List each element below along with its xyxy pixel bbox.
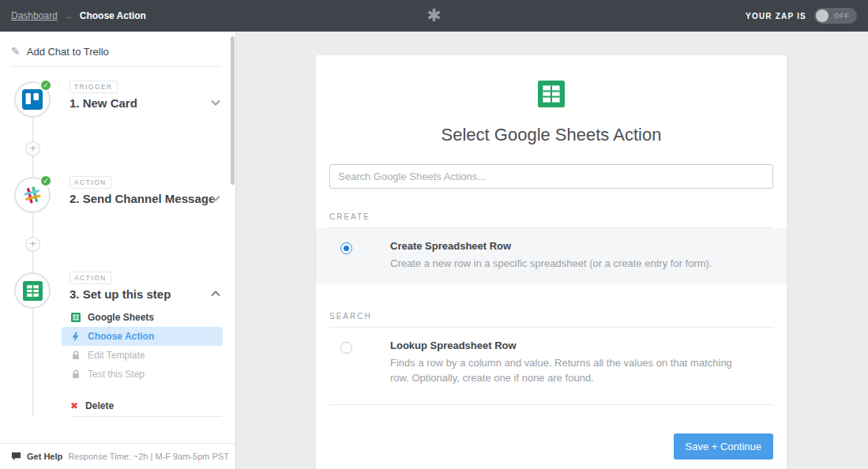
step1-check-icon: ✓ xyxy=(39,79,52,92)
google-sheets-icon xyxy=(538,81,565,107)
lock-icon xyxy=(70,351,81,360)
get-help-link[interactable]: Get Help xyxy=(27,452,62,461)
sidebar-scrollbar-thumb[interactable] xyxy=(231,36,235,185)
step3-sheets-circle[interactable] xyxy=(14,272,51,309)
divider xyxy=(11,66,221,67)
step2-chevron-down-icon[interactable] xyxy=(211,195,220,201)
sidebar: ✎ Add Chat to Trello ✓ TRIGGER 1. New Ca… xyxy=(0,32,236,469)
topbar: Dashboard → Choose Action ✱ YOUR ZAP IS … xyxy=(0,0,868,32)
page-title: Select Google Sheets Action xyxy=(316,125,787,145)
google-sheets-icon xyxy=(23,281,43,301)
option-description: Create a new row in a specific spreadshe… xyxy=(390,256,712,272)
divider xyxy=(70,416,222,417)
option-description: Finds a row by a column and value. Retur… xyxy=(390,355,753,386)
search-input[interactable] xyxy=(329,164,773,189)
step1-type-badge: TRIGGER xyxy=(70,81,118,93)
lightning-icon xyxy=(70,332,81,342)
lock-icon xyxy=(70,370,81,379)
save-row: Save + Continue xyxy=(316,433,787,460)
help-hours: Response Time: ~2h | M-F 9am-5pm PST xyxy=(68,452,229,461)
option-text: Lookup Spreadsheet Row Finds a row by a … xyxy=(390,340,753,386)
google-sheets-mini-icon xyxy=(70,313,81,322)
breadcrumb: Dashboard → Choose Action xyxy=(11,0,146,32)
substep-google-sheets[interactable]: Google Sheets xyxy=(62,308,223,327)
slack-icon xyxy=(22,185,43,205)
trello-icon xyxy=(22,89,43,110)
delete-step-button[interactable]: ✖ Delete xyxy=(70,396,114,415)
zap-status-label: YOUR ZAP IS xyxy=(746,12,806,21)
zap-status: YOUR ZAP IS OFF xyxy=(746,0,857,32)
card-icon-wrap xyxy=(316,55,787,107)
step3-title[interactable]: 3. Set up this step xyxy=(70,287,171,301)
breadcrumb-current: Choose Action xyxy=(80,10,146,21)
help-bar: Get Help Response Time: ~2h | M-F 9am-5p… xyxy=(0,443,235,469)
option-title: Create Spreadsheet Row xyxy=(390,240,712,252)
option-text: Create Spreadsheet Row Create a new row … xyxy=(390,240,712,272)
substep-label: Google Sheets xyxy=(88,312,154,323)
save-continue-button[interactable]: Save + Continue xyxy=(674,433,773,460)
delete-x-icon: ✖ xyxy=(70,400,78,411)
delete-label: Delete xyxy=(85,400,114,411)
section-header-search: SEARCH xyxy=(329,312,773,321)
zap-onoff-toggle[interactable]: OFF xyxy=(814,8,857,24)
chat-bubble-icon xyxy=(11,452,21,461)
step1-chevron-down-icon[interactable] xyxy=(211,99,220,106)
step2-title[interactable]: 2. Send Channel Message xyxy=(70,192,215,205)
option-lookup-spreadsheet-row[interactable]: Lookup Spreadsheet Row Finds a row by a … xyxy=(316,328,787,398)
divider xyxy=(329,404,773,405)
search-wrap xyxy=(329,164,773,189)
step1-title[interactable]: 1. New Card xyxy=(70,96,137,110)
zap-name-row[interactable]: ✎ Add Chat to Trello xyxy=(11,45,109,58)
toggle-state-label: OFF xyxy=(834,12,850,20)
toggle-knob xyxy=(816,9,829,22)
breadcrumb-dashboard-link[interactable]: Dashboard xyxy=(11,10,58,21)
radio-unselected[interactable] xyxy=(340,342,352,354)
substep-label: Choose Action xyxy=(88,331,154,342)
step3-type-badge: ACTION xyxy=(70,272,111,284)
edit-pencil-icon[interactable]: ✎ xyxy=(11,45,21,58)
breadcrumb-arrow-icon: → xyxy=(64,10,73,21)
option-create-spreadsheet-row[interactable]: Create Spreadsheet Row Create a new row … xyxy=(316,228,787,283)
substep-choose-action[interactable]: Choose Action xyxy=(62,327,223,346)
radio-selected[interactable] xyxy=(340,242,352,254)
section-header-create: CREATE xyxy=(329,212,773,221)
substep-label: Test this Step xyxy=(88,369,145,380)
main-area: Select Google Sheets Action CREATE Creat… xyxy=(237,32,868,469)
substep-label: Edit Template xyxy=(88,350,145,361)
zapier-logo-icon[interactable]: ✱ xyxy=(426,7,441,24)
step2-type-badge: ACTION xyxy=(70,176,111,189)
substep-edit-template: Edit Template xyxy=(62,346,223,365)
add-step-button-2[interactable]: + xyxy=(25,237,40,252)
add-step-button-1[interactable]: + xyxy=(25,141,40,156)
step2-check-icon: ✓ xyxy=(39,174,52,187)
step3-chevron-up-icon[interactable] xyxy=(211,291,220,297)
action-select-card: Select Google Sheets Action CREATE Creat… xyxy=(316,55,787,469)
substep-test-this-step: Test this Step xyxy=(62,365,223,384)
option-title: Lookup Spreadsheet Row xyxy=(390,340,753,351)
zap-name[interactable]: Add Chat to Trello xyxy=(27,46,109,58)
